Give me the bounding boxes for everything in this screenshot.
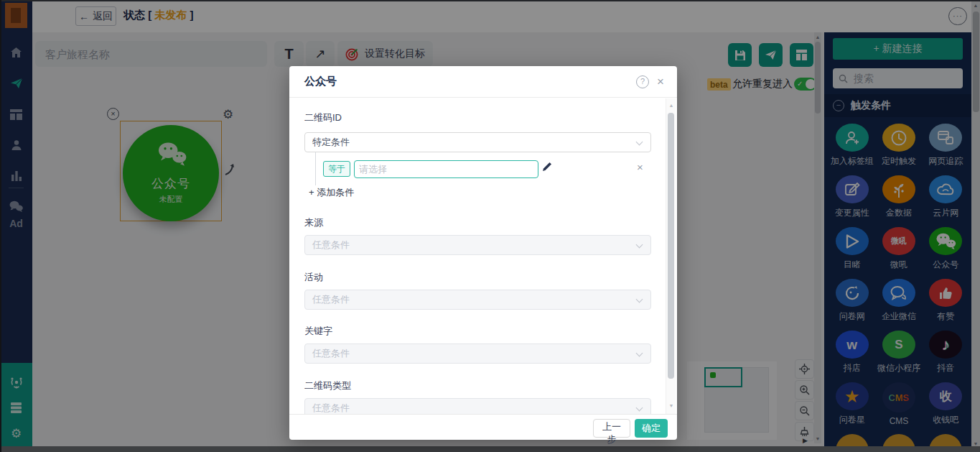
condition-value-input[interactable]: [354, 160, 538, 178]
scroll-up-icon[interactable]: ▲: [666, 103, 676, 108]
modal-scrollbar-thumb[interactable]: [668, 113, 674, 379]
qr-type-select: 任意条件: [304, 398, 651, 414]
edit-pencil-icon[interactable]: [542, 162, 552, 175]
wechat-config-modal: 公众号 ? × 二维码ID 特定条件 等于 × + 添加条件 来源 任意条件: [289, 66, 677, 440]
app-window: Ad ⚙ ← 返回 状态 [ 未发布 ] ···: [0, 0, 980, 452]
confirm-button[interactable]: 确定: [635, 419, 668, 438]
activity-label: 活动: [304, 271, 323, 284]
modal-body: 二维码ID 特定条件 等于 × + 添加条件 来源 任意条件 活动 任意条: [289, 98, 677, 414]
condition-operator-tag: 等于: [323, 161, 350, 177]
modal-scrollbar[interactable]: ▲ ▼: [666, 98, 676, 414]
add-condition-link[interactable]: + 添加条件: [309, 186, 354, 199]
qr-id-label: 二维码ID: [304, 111, 342, 124]
qr-id-select[interactable]: 特定条件: [304, 132, 651, 152]
source-select: 任意条件: [304, 235, 651, 255]
modal-footer: 上一步 确定: [289, 414, 677, 440]
chevron-down-icon: [636, 241, 643, 249]
chevron-down-icon: [636, 296, 643, 303]
condition-connector-line: [315, 152, 316, 185]
modal-title: 公众号: [304, 75, 636, 88]
previous-step-button[interactable]: 上一步: [593, 419, 630, 438]
close-icon[interactable]: ×: [657, 75, 664, 88]
qr-type-label: 二维码类型: [304, 379, 351, 392]
keyword-label: 关键字: [304, 325, 332, 338]
chevron-down-icon: [636, 405, 643, 412]
scroll-down-icon[interactable]: ▼: [666, 403, 676, 408]
modal-header: 公众号 ? ×: [289, 66, 677, 98]
help-icon[interactable]: ?: [636, 75, 649, 88]
activity-select: 任意条件: [304, 290, 651, 310]
keyword-select: 任意条件: [304, 343, 651, 364]
chevron-down-icon: [636, 139, 643, 146]
remove-condition-icon[interactable]: ×: [637, 162, 643, 172]
source-label: 来源: [304, 216, 323, 229]
chevron-down-icon: [636, 350, 643, 357]
